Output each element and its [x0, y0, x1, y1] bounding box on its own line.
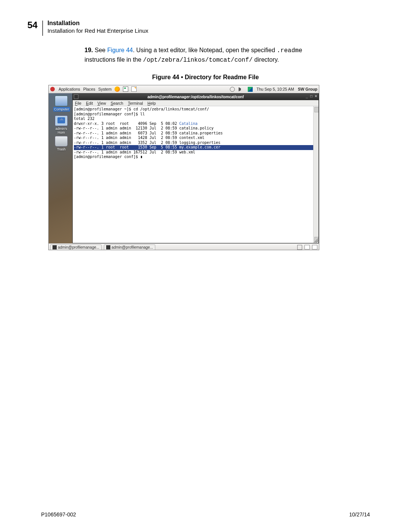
desktop: Computer admin's Hom Trash admin@profile…: [49, 93, 319, 243]
update-icon[interactable]: [123, 86, 128, 92]
terminal-menubar: File Edit View Search Terminal Help: [73, 100, 319, 106]
menu-view[interactable]: View: [97, 101, 106, 105]
highlighted-row: -rw-r--r--. 1 root root 1530 Sep 5 08:55…: [74, 145, 317, 150]
screenshot-figure-44: Applications Places System Thu Sep 5, 10…: [48, 85, 319, 250]
terminal-titlebar[interactable]: admin@profilemanager:/opt/zebra/linkos/t…: [73, 94, 319, 100]
system-menu[interactable]: System: [98, 87, 112, 91]
terminal-scrollbar[interactable]: [313, 106, 319, 243]
step-text-mid: . Using a text editor, like Notepad, ope…: [133, 47, 277, 53]
figure-reference-link[interactable]: Figure 44: [107, 47, 133, 53]
code-path: /opt/zebra/linkos/tomcat/conf/: [143, 57, 253, 64]
header-subtitle: Installation for Red Hat Enterprise Linu…: [48, 27, 148, 34]
terminal-window: admin@profilemanager:/opt/zebra/linkos/t…: [72, 93, 319, 243]
trash-icon: [55, 136, 68, 147]
terminal-title-icon: [74, 94, 78, 99]
code-readme: .readme: [277, 47, 302, 54]
step-number: 19.: [84, 47, 93, 53]
gnome-top-panel: Applications Places System Thu Sep 5, 10…: [49, 85, 319, 93]
workspace-2[interactable]: [312, 245, 317, 249]
menu-search[interactable]: Search: [111, 101, 123, 105]
menu-edit[interactable]: Edit: [86, 101, 93, 105]
terminal-icon: [106, 245, 110, 249]
page-number: 54: [27, 20, 38, 30]
trash-label: Trash: [57, 147, 66, 151]
menu-help[interactable]: Help: [148, 101, 156, 105]
taskbar-button-2[interactable]: admin@profilemanage...: [104, 244, 155, 250]
footer-doc-id: P1065697-002: [41, 511, 76, 518]
computer-label: Computer: [53, 107, 70, 112]
fedora-icon: [50, 87, 55, 91]
home-label: admin's Hom: [56, 127, 67, 134]
footer-date: 10/27/14: [349, 511, 370, 518]
step-text-pre: See: [95, 47, 107, 53]
minimize-button[interactable]: _: [306, 94, 308, 98]
firefox-icon[interactable]: [115, 86, 120, 92]
maximize-button[interactable]: □: [310, 94, 312, 98]
places-menu[interactable]: Places: [83, 87, 96, 91]
trash-desktop-icon[interactable]: Trash: [53, 136, 69, 151]
step-line2a: instructions file in the: [84, 56, 143, 63]
monitor-icon: [55, 96, 68, 106]
clock[interactable]: Thu Sep 5, 10:25 AM: [256, 87, 294, 91]
taskbar-button-1[interactable]: admin@profilemanage...: [50, 244, 102, 250]
applications-menu[interactable]: Applications: [59, 87, 80, 91]
info-tray-icon[interactable]: [230, 87, 235, 92]
close-button[interactable]: ×: [315, 94, 317, 98]
volume-icon[interactable]: [239, 87, 244, 91]
terminal-output: [admin@profilemanager ~]$ cd /opt/zebra/…: [73, 106, 319, 160]
terminal-icon: [53, 245, 57, 249]
resize-handle[interactable]: [314, 238, 318, 243]
terminal-title-text: admin@profilemanager:/opt/zebra/linkos/t…: [147, 95, 244, 99]
step-line2b: directory.: [253, 56, 279, 63]
figure-caption: Figure 44 • Directory for Readme File: [0, 74, 411, 81]
header-title: Installation: [48, 20, 148, 27]
home-folder-icon: [55, 115, 68, 126]
tray-applet-icon[interactable]: [297, 245, 302, 250]
catalina-dir: Catalina: [179, 121, 198, 126]
step-19: 19. See Figure 44. Using a text editor, …: [84, 46, 370, 65]
text-editor-icon[interactable]: [131, 86, 137, 92]
terminal-body[interactable]: [admin@profilemanager ~]$ cd /opt/zebra/…: [73, 106, 319, 243]
menu-file[interactable]: File: [75, 101, 81, 105]
network-icon[interactable]: [248, 87, 253, 92]
computer-desktop-icon[interactable]: Computer: [53, 96, 69, 112]
user-menu[interactable]: SW Group: [298, 87, 317, 91]
menu-terminal[interactable]: Terminal: [128, 101, 143, 105]
page-header: 54 Installation Installation for Red Hat…: [27, 20, 148, 36]
workspace-1[interactable]: [304, 245, 310, 249]
home-desktop-icon[interactable]: admin's Hom: [53, 115, 69, 134]
header-divider: [42, 21, 43, 36]
gnome-bottom-panel: admin@profilemanage... admin@profilemana…: [49, 243, 319, 250]
